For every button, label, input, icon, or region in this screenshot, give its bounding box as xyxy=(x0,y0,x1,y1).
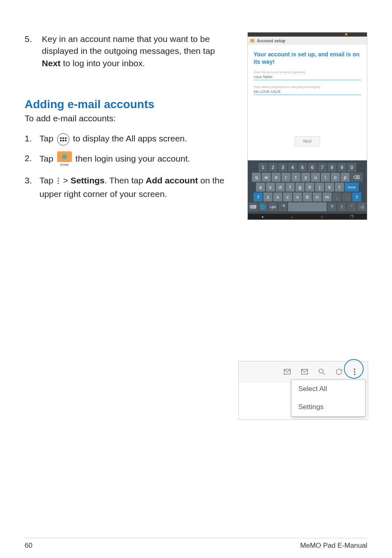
overflow-menu: Select All Settings xyxy=(291,380,365,417)
instruction-step-5: 5. Key in an account name that you want … xyxy=(25,33,230,69)
menu-item-settings[interactable]: Settings xyxy=(292,398,365,416)
keyboard-key[interactable]: e xyxy=(272,173,281,182)
step-number: 5. xyxy=(25,33,39,45)
keyboard-key[interactable]: o xyxy=(331,173,340,182)
keyboard-key[interactable]: j xyxy=(315,183,324,192)
keyboard-key[interactable]: a xyxy=(256,183,265,192)
screenshot-overflow-menu: + Select All Settings xyxy=(238,361,368,420)
keyboard-key[interactable]: 2 xyxy=(268,163,277,172)
step-text-bold: Next xyxy=(42,58,61,68)
keyboard-key[interactable]: h xyxy=(305,183,314,192)
email-icon xyxy=(250,39,254,42)
keyboard-key[interactable]: k xyxy=(325,183,334,192)
menu-item-select-all[interactable]: Select All xyxy=(292,380,365,398)
keyboard-key[interactable]: 3 xyxy=(278,163,287,172)
setup-headline: Your account is set up, and email is on … xyxy=(254,51,361,65)
keyboard-key[interactable]: 1 xyxy=(258,163,267,172)
display-name-field[interactable]: Me LOVE ASUS xyxy=(254,89,361,95)
svg-line-4 xyxy=(323,373,325,375)
keyboard-key[interactable]: w xyxy=(262,173,271,182)
on-screen-keyboard: 1 2 3 4 5 6 7 8 9 0 q w e r t y u i o xyxy=(248,160,367,214)
keyboard-key[interactable]: s xyxy=(266,183,275,192)
highlight-circle xyxy=(344,359,364,379)
refresh-icon[interactable] xyxy=(335,368,343,376)
field-label: Give this account a name (optional) xyxy=(254,70,361,74)
search-icon[interactable] xyxy=(318,368,326,376)
step-text: to log into your inbox. xyxy=(63,58,145,68)
language-key[interactable]: 🌐 xyxy=(258,202,267,211)
backspace-key[interactable]: ⌫ xyxy=(350,173,363,182)
keyboard-key[interactable]: r xyxy=(281,173,291,182)
down-icon[interactable]: ⌄ xyxy=(291,215,294,219)
next-button[interactable]: Next xyxy=(295,136,321,146)
done-key[interactable]: Done xyxy=(345,183,359,192)
keyboard-key[interactable]: x xyxy=(273,192,282,201)
space-key[interactable] xyxy=(288,202,327,211)
keyboard-key[interactable]: 0 xyxy=(347,163,356,172)
svg-text:+: + xyxy=(307,372,309,376)
step-number: 2. xyxy=(25,151,39,165)
keyboard-key[interactable]: t xyxy=(291,173,300,182)
keyboard-key[interactable]: ' xyxy=(347,202,356,211)
keyboard-key[interactable]: d xyxy=(276,183,285,192)
field-label: Your name (displayed on outgoing message… xyxy=(254,85,361,89)
shift-key[interactable]: ⇧ xyxy=(352,192,361,201)
keyboard-key[interactable]: b xyxy=(303,192,312,201)
keyboard-key[interactable]: z xyxy=(263,192,272,201)
screenshot-account-setup: Account setup Your account is set up, an… xyxy=(247,32,367,220)
emoji-key[interactable]: :-) xyxy=(357,202,366,211)
app-header: Account setup xyxy=(248,37,367,45)
keyboard-key[interactable]: 7 xyxy=(318,163,327,172)
page-title: Account setup xyxy=(257,39,285,43)
overflow-menu-icon xyxy=(58,178,59,184)
home-icon[interactable]: ⌂ xyxy=(321,215,323,219)
keyboard-key[interactable]: l xyxy=(335,183,344,192)
keyboard-key[interactable]: i xyxy=(321,173,330,182)
list-item: 1. Tap to display the All apps screen. xyxy=(25,132,230,146)
list-item: 3. Tap > Settings. Then tap Add account … xyxy=(25,174,230,201)
shift-key[interactable]: ⇧ xyxy=(254,192,263,201)
list-item: 2. Tap Email then login using your accou… xyxy=(25,151,230,168)
voice-key[interactable]: 🎤 xyxy=(278,202,287,211)
recents-icon[interactable]: ❐ xyxy=(350,215,353,219)
keyboard-key[interactable]: 6 xyxy=(308,163,317,172)
account-name-field[interactable]: Asus Tablet xyxy=(254,74,361,80)
new-mail-icon[interactable] xyxy=(283,368,291,376)
status-bar xyxy=(248,32,367,37)
keyboard-key[interactable]: n xyxy=(313,192,322,201)
keyboard-key[interactable]: 4 xyxy=(288,163,297,172)
back-icon[interactable]: ◂ xyxy=(261,215,263,219)
keyboard-key[interactable]: v xyxy=(293,192,302,201)
keyboard-key[interactable]: . xyxy=(342,192,351,201)
step-text: Key in an account name that you want to … xyxy=(42,34,215,56)
keyboard-key[interactable]: p xyxy=(341,173,350,182)
keyboard-key[interactable]: m xyxy=(323,192,332,201)
keyboard-key[interactable]: 9 xyxy=(337,163,346,172)
email-app-icon: Email xyxy=(57,151,72,168)
step-number: 1. xyxy=(25,132,39,146)
page-number: 60 xyxy=(25,542,32,550)
keyboard-key[interactable]: g xyxy=(295,183,304,192)
symbols-key[interactable]: 1@# xyxy=(268,202,277,211)
keyboard-key[interactable]: 5 xyxy=(298,163,307,172)
keyboard-key[interactable]: c xyxy=(283,192,292,201)
keyboard-switch-key[interactable]: ⌨ xyxy=(249,202,258,211)
keyboard-key[interactable]: , xyxy=(332,192,341,201)
compose-icon[interactable]: + xyxy=(300,368,309,376)
svg-point-3 xyxy=(319,369,323,373)
step-number: 3. xyxy=(25,174,39,188)
keyboard-key[interactable]: ? xyxy=(327,202,337,211)
keyboard-key[interactable]: y xyxy=(301,173,310,182)
keyboard-key[interactable]: u xyxy=(311,173,320,182)
keyboard-key[interactable]: f xyxy=(286,183,295,192)
keyboard-key[interactable]: q xyxy=(252,173,261,182)
manual-title: MeMO Pad E-Manual xyxy=(300,542,367,550)
page-footer: 60 MeMO Pad E-Manual xyxy=(25,538,367,550)
all-apps-icon xyxy=(57,133,69,146)
keyboard-key[interactable]: 8 xyxy=(327,163,337,172)
android-navbar: ◂ ⌄ ⌂ ❐ xyxy=(248,214,367,220)
keyboard-key[interactable]: ! xyxy=(337,202,346,211)
